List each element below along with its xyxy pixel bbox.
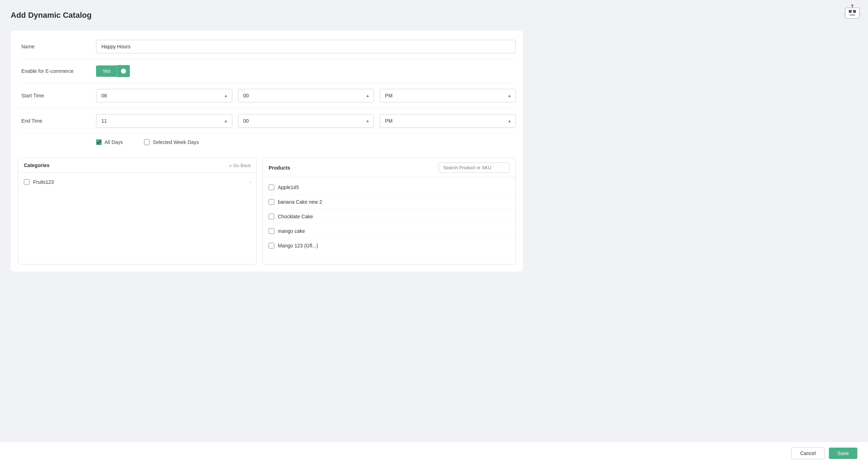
go-back-link[interactable]: « Go Back — [229, 163, 251, 168]
end-period-select[interactable]: AMPM — [380, 114, 516, 128]
end-time-row: End Time 01020304 05060708 09101112 ▲ 00… — [18, 108, 516, 134]
product-chocklate-checkbox[interactable] — [269, 214, 274, 219]
products-panel-header: Products — [263, 158, 515, 177]
svg-rect-1 — [849, 10, 852, 13]
start-minute-select-wrapper: 00153045 ▲ — [238, 89, 374, 102]
svg-rect-3 — [850, 14, 855, 16]
list-item: mango cake — [263, 224, 515, 239]
svg-point-5 — [851, 4, 853, 6]
selected-week-days-checkbox[interactable] — [144, 139, 150, 145]
toggle-switch-button[interactable] — [117, 65, 130, 77]
list-item: Mango 123 (Gfl...) — [263, 239, 515, 253]
product-mango-checkbox[interactable] — [269, 228, 274, 234]
panels-row: Categories « Go Back Fruits123 › Product… — [18, 158, 516, 264]
category-fruits-label[interactable]: Fruits123 — [33, 179, 246, 185]
list-item: Chocklate Cake — [263, 209, 515, 224]
end-time-label: End Time — [18, 118, 96, 124]
list-item: Apple145 — [263, 180, 515, 195]
categories-panel-title: Categories — [24, 162, 49, 168]
save-button[interactable]: Save — [829, 448, 857, 459]
ecommerce-control-area: Yes — [96, 65, 516, 77]
name-input[interactable] — [96, 40, 516, 53]
start-period-select-wrapper: AMPM ▲ — [380, 89, 516, 102]
ecommerce-row: Enable for E-commerce Yes — [18, 59, 516, 83]
category-chevron-right-icon: › — [249, 180, 251, 185]
start-time-controls: 01020304 05060708 09101112 ▲ 00153045 ▲ — [96, 89, 516, 102]
products-panel-body: Apple145 banana Cake new 2 Chocklate Cak… — [263, 177, 515, 264]
categories-panel: Categories « Go Back Fruits123 › — [18, 158, 257, 264]
selected-week-days-group: Selected Week Days — [144, 139, 199, 145]
products-panel-title: Products — [269, 165, 290, 171]
product-mango2-label[interactable]: Mango 123 (Gfl...) — [278, 243, 318, 248]
all-days-checkbox[interactable] — [96, 139, 102, 145]
start-time-selects: 01020304 05060708 09101112 ▲ 00153045 ▲ — [96, 89, 516, 102]
days-row: All Days Selected Week Days — [18, 134, 516, 151]
start-time-label: Start Time — [18, 93, 96, 98]
end-minute-select-wrapper: 00153045 ▲ — [238, 114, 374, 128]
name-row: Name — [18, 34, 516, 59]
all-days-group: All Days — [96, 139, 123, 145]
product-banana-checkbox[interactable] — [269, 199, 274, 205]
search-product-input[interactable] — [439, 162, 510, 173]
end-time-selects: 01020304 05060708 09101112 ▲ 00153045 ▲ — [96, 114, 516, 128]
end-hour-select-wrapper: 01020304 05060708 09101112 ▲ — [96, 114, 232, 128]
end-period-select-wrapper: AMPM ▲ — [380, 114, 516, 128]
category-fruits-checkbox[interactable] — [24, 179, 30, 185]
footer-bar: Cancel Save — [0, 441, 868, 465]
product-apple-checkbox[interactable] — [269, 185, 274, 190]
start-period-select[interactable]: AMPM — [380, 89, 516, 102]
start-hour-select[interactable]: 01020304 05060708 09101112 — [96, 89, 232, 102]
product-mango-label[interactable]: mango cake — [278, 228, 305, 234]
toggle-yes-button[interactable]: Yes — [96, 65, 117, 77]
start-minute-select[interactable]: 00153045 — [238, 89, 374, 102]
name-label: Name — [18, 44, 96, 49]
products-panel: Products Apple145 banana Cake new 2 Choc… — [263, 158, 516, 264]
robot-icon — [844, 4, 861, 21]
categories-panel-header: Categories « Go Back — [18, 158, 256, 173]
product-mango2-checkbox[interactable] — [269, 243, 274, 248]
categories-panel-body: Fruits123 › — [18, 173, 256, 264]
product-chocklate-label[interactable]: Chocklate Cake — [278, 214, 313, 219]
start-time-row: Start Time 01020304 05060708 09101112 ▲ … — [18, 83, 516, 108]
toggle-wrapper: Yes — [96, 65, 516, 77]
product-banana-label[interactable]: banana Cake new 2 — [278, 199, 322, 205]
list-item: Fruits123 › — [18, 176, 256, 188]
product-apple-label[interactable]: Apple145 — [278, 185, 299, 190]
end-minute-select[interactable]: 00153045 — [238, 114, 374, 128]
svg-rect-2 — [853, 10, 856, 13]
start-hour-select-wrapper: 01020304 05060708 09101112 ▲ — [96, 89, 232, 102]
name-control-area — [96, 40, 516, 53]
selected-week-days-label[interactable]: Selected Week Days — [153, 139, 199, 145]
all-days-label[interactable]: All Days — [105, 139, 123, 145]
end-time-controls: 01020304 05060708 09101112 ▲ 00153045 ▲ — [96, 114, 516, 128]
list-item: banana Cake new 2 — [263, 195, 515, 209]
ecommerce-label: Enable for E-commerce — [18, 68, 96, 74]
cancel-button[interactable]: Cancel — [791, 447, 825, 459]
end-hour-select[interactable]: 01020304 05060708 09101112 — [96, 114, 232, 128]
svg-rect-0 — [845, 8, 859, 18]
page-title: Add Dynamic Catalog — [11, 11, 523, 20]
